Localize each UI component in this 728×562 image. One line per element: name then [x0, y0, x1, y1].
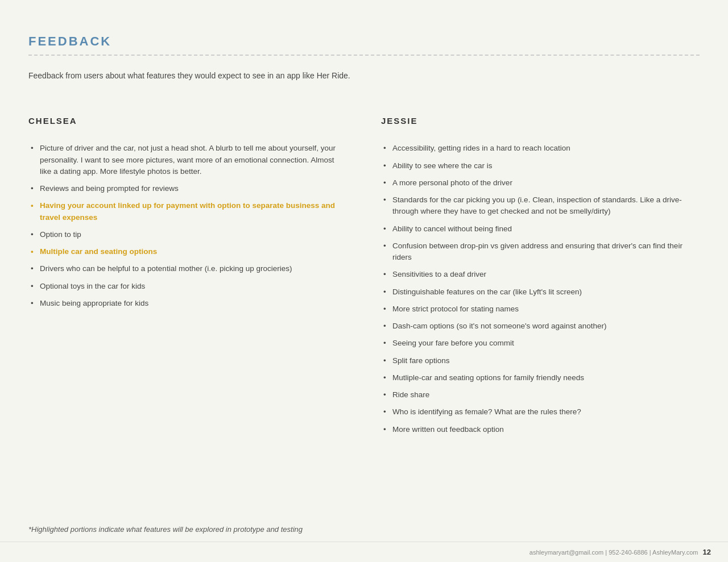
list-item: Optional toys in the car for kids	[28, 281, 347, 292]
footer-note: *Highlighted portions indicate what feat…	[28, 525, 303, 534]
list-item: Accessibility, getting rides in a hard t…	[381, 143, 700, 154]
chelsea-list: Picture of driver and the car, not just …	[28, 143, 347, 309]
list-item: Who is identifying as female? What are t…	[381, 406, 700, 418]
list-item: Drivers who can be helpful to a potentia…	[28, 263, 347, 274]
list-item: Ride share	[381, 389, 700, 401]
list-item: Mutliple-car and seating options for fam…	[381, 372, 700, 384]
jessie-title: JESSIE	[381, 116, 700, 126]
list-item: Picture of driver and the car, not just …	[28, 143, 347, 177]
list-item: Split fare options	[381, 355, 700, 367]
list-item: Music being appropriate for kids	[28, 298, 347, 309]
list-item: Confusion between drop-pin vs given addr…	[381, 240, 700, 264]
list-item: More written out feedback option	[381, 424, 700, 435]
footer-contact: ashleymaryart@gmail.com | 952-240-6886 |…	[530, 549, 698, 556]
chelsea-title: CHELSEA	[28, 116, 347, 126]
list-item: Sensitivities to a deaf driver	[381, 269, 700, 280]
list-item: Ability to see where the car is	[381, 160, 700, 172]
list-item: Reviews and being prompted for reviews	[28, 183, 347, 194]
list-item: Option to tip	[28, 229, 347, 240]
section-title: FEEDBACK	[28, 34, 700, 49]
jessie-list: Accessibility, getting rides in a hard t…	[381, 143, 700, 435]
list-item: Multiple car and seating options	[28, 246, 347, 257]
list-item: Seeing your fare before you commit	[381, 338, 700, 349]
section-intro: Feedback from users about what features …	[28, 69, 700, 82]
list-item: Standards for the car picking you up (i.…	[381, 194, 700, 218]
divider	[28, 55, 700, 56]
footer-bar: ashleymaryart@gmail.com | 952-240-6886 |…	[0, 542, 728, 562]
list-item: Ability to cancel without being fined	[381, 223, 700, 235]
list-item: A more personal photo of the driver	[381, 177, 700, 189]
list-item: Having your account linked up for paymen…	[28, 200, 347, 223]
chelsea-column: CHELSEA Picture of driver and the car, n…	[28, 116, 347, 441]
list-item: More strict protocol for stating names	[381, 303, 700, 315]
two-column-layout: CHELSEA Picture of driver and the car, n…	[28, 116, 700, 441]
jessie-column: JESSIE Accessibility, getting rides in a…	[381, 116, 700, 441]
page-number: 12	[703, 548, 711, 556]
list-item: Dash-cam options (so it's not someone's …	[381, 320, 700, 332]
list-item: Distinguishable features on the car (lik…	[381, 286, 700, 298]
